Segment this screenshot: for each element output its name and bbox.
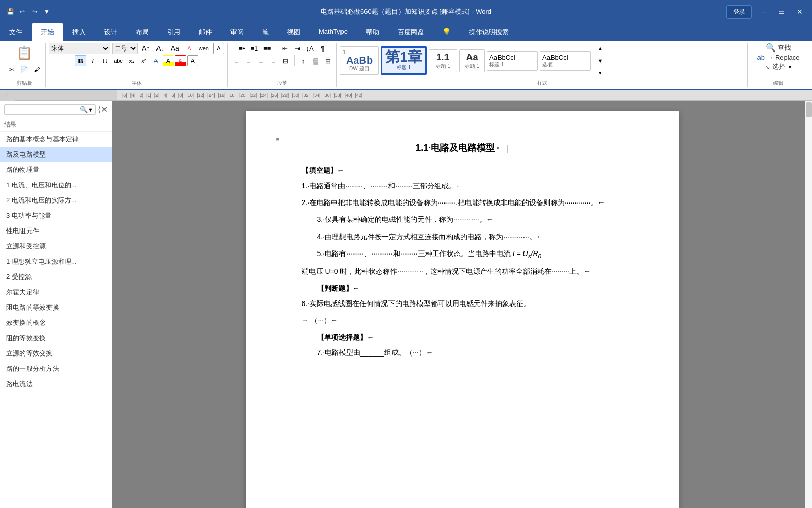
styles-scroll-down[interactable]: ▼ [595, 55, 606, 66]
style-heading1-11[interactable]: 1.1 标题 1 [429, 49, 457, 72]
highlight-button[interactable]: A [163, 55, 174, 66]
nav-item-4[interactable]: 2 电流和电压的实际方... [0, 193, 112, 208]
undo-icon[interactable]: ↩ [17, 7, 28, 17]
align-center-button[interactable]: ≡ [243, 55, 254, 66]
save-icon[interactable]: 💾 [5, 7, 15, 17]
nav-item-1[interactable]: 路及电路模型 [0, 147, 112, 162]
styles-expand[interactable]: ▾ [595, 67, 606, 79]
style-heading1-big[interactable]: 第1章 标题 1 [381, 46, 427, 75]
document-page[interactable]: ■ 1.1·电路及电路模型← | 【填空题】← 1.·电路通常由········… [246, 111, 679, 508]
tab-mathtype[interactable]: MathType [309, 23, 357, 41]
underline-button[interactable]: U [99, 55, 111, 66]
minimize-button[interactable]: ─ [756, 5, 770, 19]
subscript-button[interactable]: x₂ [126, 55, 137, 66]
close-button[interactable]: ✕ [793, 5, 807, 19]
vertical-scrollbar[interactable] [805, 101, 812, 508]
scroll-thumb[interactable] [806, 102, 812, 117]
tab-home[interactable]: 开始 [32, 23, 63, 41]
tab-mailings[interactable]: 邮件 [190, 23, 221, 41]
nav-item-7[interactable]: 立源和受控源 [0, 239, 112, 254]
nav-item-6[interactable]: 性电阻元件 [0, 223, 112, 239]
restore-button[interactable]: ▭ [774, 5, 789, 19]
style-heading-aa[interactable]: Aa 标题 1 [459, 49, 485, 72]
text-effects-button[interactable]: A [150, 55, 162, 66]
tab-file[interactable]: 文件 [0, 23, 32, 41]
font-color-button[interactable]: A [175, 55, 186, 66]
tab-review[interactable]: 审阅 [221, 23, 253, 41]
paste-button[interactable]: 📋 [14, 43, 35, 63]
format-painter-button[interactable]: 🖌 [31, 64, 42, 75]
font-name-select[interactable]: 宋体 [49, 43, 110, 54]
select-button[interactable]: 选择 [772, 62, 785, 71]
tab-search[interactable]: 操作说明搜索 [460, 23, 518, 41]
nav-item-9[interactable]: 2 受控源 [0, 269, 112, 285]
tab-lightbulb[interactable]: 💡 [433, 23, 460, 41]
nav-item-15[interactable]: 路的一般分析方法 [0, 361, 112, 376]
align-left-button[interactable]: ≡ [231, 55, 242, 66]
phonetic-button[interactable]: wen [197, 43, 211, 54]
nav-item-8[interactable]: 1 理想独立电压源和理... [0, 254, 112, 269]
clear-format-button[interactable]: A [184, 43, 195, 54]
tab-help[interactable]: 帮助 [357, 23, 388, 41]
qat-dropdown-icon[interactable]: ▼ [42, 7, 52, 17]
redo-icon[interactable]: ↪ [30, 7, 40, 17]
nav-item-3[interactable]: 1 电流、电压和电位的... [0, 177, 112, 193]
bold-button[interactable]: B [75, 55, 86, 66]
change-case-button[interactable]: Aa [169, 43, 181, 54]
nav-search-input[interactable] [7, 106, 80, 113]
nav-item-16[interactable]: 路电流法 [0, 376, 112, 392]
nav-item-10[interactable]: 尔霍夫定律 [0, 285, 112, 300]
increase-indent-button[interactable]: ⇥ [292, 43, 303, 54]
title-bar-right: 查找 登录 ─ ▭ ✕ [726, 5, 807, 19]
font-color2-button[interactable]: A [187, 55, 198, 66]
align-right-button[interactable]: ≡ [255, 55, 267, 66]
style-aabbccl-h1[interactable]: AaBbCcl 标题 1 [487, 51, 538, 71]
nav-close-btn[interactable]: ✕ [101, 105, 108, 114]
font-shrink-button[interactable]: A↓ [154, 43, 166, 54]
borders-button[interactable]: ⊞ [322, 55, 333, 66]
tab-view[interactable]: 视图 [278, 23, 309, 41]
document-area[interactable]: ■ 1.1·电路及电路模型← | 【填空题】← 1.·电路通常由········… [112, 101, 812, 508]
nav-item-2[interactable]: 路的物理量 [0, 162, 112, 177]
tab-pen[interactable]: 笔 [253, 23, 278, 41]
sort-button[interactable]: ↕A [304, 43, 316, 54]
tab-design[interactable]: 设计 [95, 23, 126, 41]
nav-item-5[interactable]: 3 电功率与能量 [0, 208, 112, 223]
login-button2[interactable]: 登录 [726, 5, 752, 19]
superscript-button[interactable]: x² [138, 55, 149, 66]
nav-item-14[interactable]: 立源的等效变换 [0, 346, 112, 361]
nav-item-12[interactable]: 效变换的概念 [0, 315, 112, 331]
copy-button[interactable]: 📄 [18, 64, 30, 75]
decrease-indent-button[interactable]: ⇤ [279, 43, 291, 54]
justify-button[interactable]: ≡ [268, 55, 279, 66]
tab-insert[interactable]: 插入 [63, 23, 95, 41]
nav-search-btn[interactable]: 🔍 [80, 106, 88, 113]
nav-item-11[interactable]: 阻电路的等效变换 [0, 300, 112, 315]
show-formatting-button[interactable]: ¶ [317, 43, 328, 54]
font-label: 字体 [49, 79, 224, 87]
cut-button[interactable]: ✂ [6, 64, 17, 75]
line-spacing-button[interactable]: ↕ [298, 55, 309, 66]
style-aabbccl-option[interactable]: AaBbCcl 选项 [540, 51, 591, 71]
strikethrough-button[interactable]: abc [112, 55, 125, 66]
bullets-button[interactable]: ≡• [236, 43, 247, 54]
nav-search-dropdown[interactable]: ▼ [88, 107, 93, 113]
nav-item-0[interactable]: 路的基本概念与基本定律 [0, 132, 112, 147]
style-dw-topic[interactable]: 1. AaBb DW-题目 [340, 46, 379, 75]
italic-button[interactable]: I [87, 55, 98, 66]
find-button[interactable]: 查找 [778, 43, 791, 53]
tab-baidu[interactable]: 百度网盘 [388, 23, 433, 41]
columns-button[interactable]: ⊟ [280, 55, 291, 66]
char-border-button[interactable]: A [213, 43, 224, 54]
nav-item-13[interactable]: 阻的等效变换 [0, 331, 112, 346]
tab-layout[interactable]: 布局 [126, 23, 158, 41]
replace-button[interactable]: Replace [775, 54, 800, 61]
styles-group-content: 1. AaBb DW-题目 第1章 标题 1 1.1 标题 1 [340, 43, 744, 79]
numbering-button[interactable]: ≡1 [248, 43, 260, 54]
font-size-select[interactable]: 二号 [112, 43, 138, 54]
multilevel-button[interactable]: ≡≡ [261, 43, 273, 54]
styles-scroll-up[interactable]: ▲ [595, 43, 606, 54]
font-grow-button[interactable]: A↑ [140, 43, 152, 54]
shading-button[interactable]: ▒ [310, 55, 321, 66]
tab-references[interactable]: 引用 [158, 23, 190, 41]
